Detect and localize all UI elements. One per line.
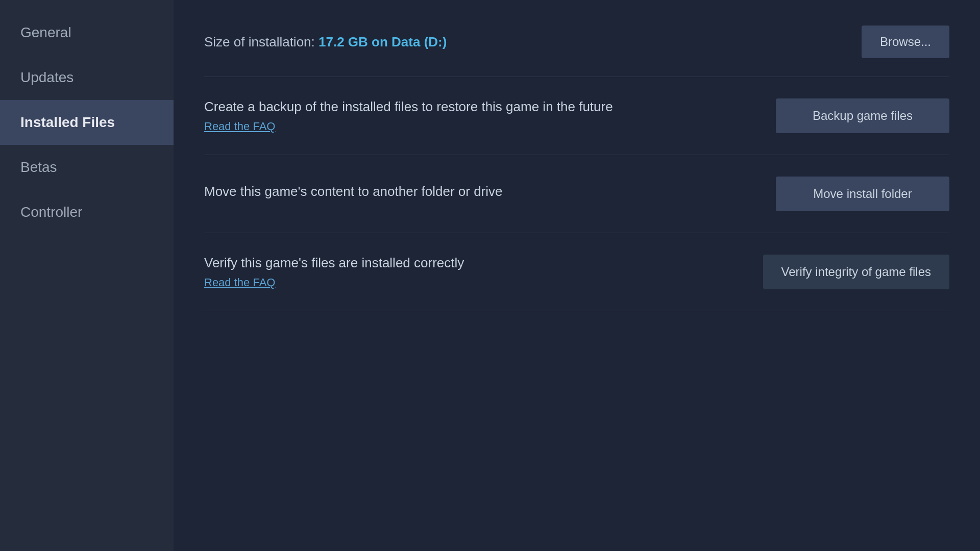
verify-info: Verify this game's files are installed c… (204, 255, 743, 289)
sidebar-item-installed-files[interactable]: Installed Files (0, 100, 174, 145)
backup-description: Create a backup of the installed files t… (204, 99, 755, 115)
size-of-installation: Size of installation: 17.2 GB on Data (D… (204, 34, 447, 50)
backup-info: Create a backup of the installed files t… (204, 99, 755, 133)
move-info: Move this game's content to another fold… (204, 184, 755, 205)
sidebar-item-controller[interactable]: Controller (0, 190, 174, 235)
verify-integrity-button[interactable]: Verify integrity of game files (763, 255, 949, 289)
move-section: Move this game's content to another fold… (204, 155, 949, 233)
backup-game-files-button[interactable]: Backup game files (776, 98, 949, 133)
move-install-folder-button[interactable]: Move install folder (776, 177, 949, 211)
main-content: Size of installation: 17.2 GB on Data (D… (174, 0, 980, 551)
move-description: Move this game's content to another fold… (204, 184, 755, 199)
sidebar-item-betas[interactable]: Betas (0, 145, 174, 190)
sidebar-item-updates[interactable]: Updates (0, 55, 174, 100)
backup-faq-link[interactable]: Read the FAQ (204, 120, 275, 133)
verify-section: Verify this game's files are installed c… (204, 233, 949, 311)
browse-button[interactable]: Browse... (862, 26, 949, 58)
sidebar-item-general[interactable]: General (0, 10, 174, 55)
size-row: Size of installation: 17.2 GB on Data (D… (204, 26, 949, 77)
backup-section: Create a backup of the installed files t… (204, 77, 949, 155)
verify-description: Verify this game's files are installed c… (204, 255, 743, 271)
verify-faq-link[interactable]: Read the FAQ (204, 276, 275, 289)
sidebar: General Updates Installed Files Betas Co… (0, 0, 174, 551)
